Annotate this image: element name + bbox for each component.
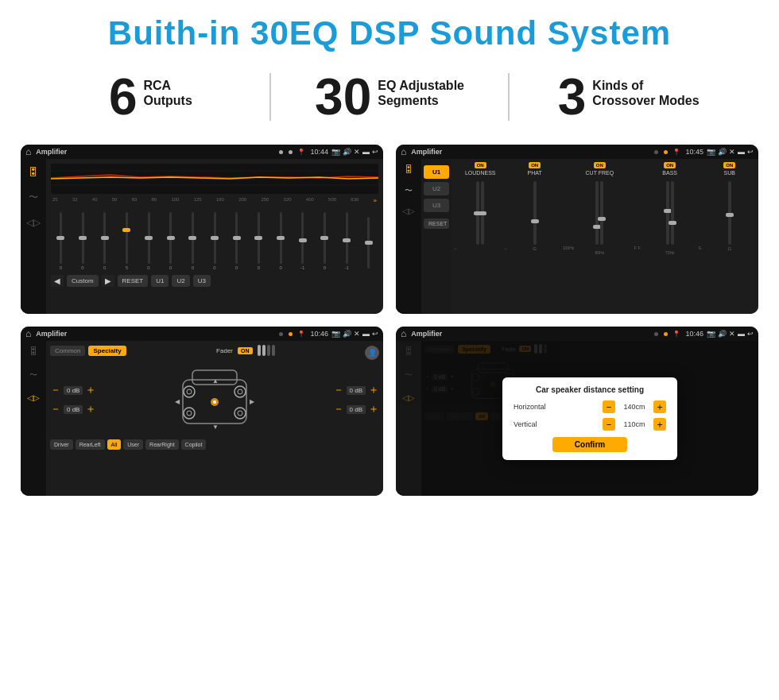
btn-all[interactable]: All — [107, 439, 122, 450]
mode-tabs: Common Specialty — [50, 346, 126, 356]
horizontal-label: Horizontal — [514, 403, 561, 411]
vol-minus-1[interactable]: － — [50, 383, 61, 397]
vertical-control: － 110cm ＋ — [603, 418, 666, 431]
eq-prev-button[interactable]: ◀ — [51, 275, 64, 287]
svg-point-6 — [184, 386, 195, 397]
fader-label: Fader — [216, 347, 233, 354]
svg-point-12 — [234, 408, 246, 419]
vertical-minus[interactable]: － — [603, 418, 615, 431]
eq-main: 25 32 40 50 63 80 100 125 160 200 250 32… — [46, 159, 383, 314]
svg-text:▶: ▶ — [250, 398, 255, 405]
home-icon[interactable]: ⌂ — [25, 146, 31, 157]
reset-button-2[interactable]: RESET — [424, 219, 449, 229]
eq-custom-button[interactable]: Custom — [67, 275, 99, 287]
btn-copilot[interactable]: Copilot — [181, 439, 207, 450]
svg-point-8 — [234, 386, 246, 397]
status-icons-1: 📷 🔊 ✕ ▬ ↩ — [331, 148, 378, 156]
svg-text:▲: ▲ — [212, 377, 219, 385]
eq-u2-button[interactable]: U2 — [172, 275, 189, 287]
vol-row-4: － 0 dB ＋ — [333, 402, 379, 416]
status-bar-4: ⌂ Amplifier 📍 10:46 📷 🔊 ✕ ▬ ↩ — [396, 327, 758, 341]
car-layout: － 0 dB ＋ － 0 dB ＋ — [50, 364, 379, 435]
loudness-on[interactable]: ON — [475, 162, 486, 168]
vol-minus-4[interactable]: － — [333, 402, 344, 416]
stat-crossover: 3 Kinds of Crossover Modes — [525, 72, 731, 122]
cutfreq-label: CUT FREQ — [586, 170, 614, 176]
stat-divider-1 — [269, 73, 271, 121]
page-header: Buith-in 30EQ DSP Sound System — [0, 0, 779, 60]
volume-icon[interactable]: ◁▷ — [26, 217, 41, 228]
btn-user[interactable]: User — [123, 439, 143, 450]
home-icon-4[interactable]: ⌂ — [401, 328, 406, 339]
wave-icon-2[interactable]: 〜 — [405, 185, 413, 196]
car-diagram-container: ▲ ▼ ◀ ▶ — [99, 364, 329, 435]
fader-bar-2 — [262, 345, 265, 356]
tab-common[interactable]: Common — [50, 346, 85, 356]
screenshots-grid: ⌂ Amplifier 📍 10:44 📷 🔊 ✕ ▬ ↩ 🎛 〜 ◁▷ — [0, 137, 779, 512]
status-bar-3: ⌂ Amplifier 📍 10:46 📷 🔊 ✕ ▬ ↩ — [21, 327, 383, 341]
stat-number-rca: 6 — [109, 72, 138, 122]
stat-number-crossover: 3 — [558, 72, 587, 122]
wave-icon-3[interactable]: 〜 — [29, 369, 37, 381]
svg-point-13 — [238, 411, 242, 416]
location-icon: 📍 — [297, 149, 305, 156]
preset-u1[interactable]: U1 — [424, 165, 449, 179]
sub-on[interactable]: ON — [723, 162, 735, 168]
vol-plus-1[interactable]: ＋ — [85, 383, 96, 397]
fader-on-badge[interactable]: ON — [238, 347, 253, 354]
svg-point-15 — [213, 400, 216, 404]
cutfreq-on[interactable]: ON — [594, 162, 606, 168]
right-volumes: － 0 dB ＋ － 0 dB ＋ — [333, 383, 379, 416]
vol-minus-2[interactable]: － — [50, 402, 61, 416]
vol-value-3: 0 dB — [347, 386, 366, 395]
bass-on[interactable]: ON — [664, 162, 676, 168]
tab-specialty[interactable]: Specialty — [88, 346, 126, 356]
app-title-2: Amplifier — [411, 148, 653, 156]
screenshot-eq: ⌂ Amplifier 📍 10:44 📷 🔊 ✕ ▬ ↩ 🎛 〜 ◁▷ — [21, 145, 383, 314]
vol-row-1: － 0 dB ＋ — [50, 383, 96, 397]
vol-value-2: 0 dB — [64, 405, 83, 414]
channels-screen: 🎛 〜 ◁▷ U1 U2 U3 RESET ON LOUDNESS — [396, 159, 758, 314]
btn-driver[interactable]: Driver — [50, 439, 73, 450]
stat-label-rca-2: Outputs — [143, 93, 192, 108]
stats-row: 6 RCA Outputs 30 EQ Adjustable Segments … — [0, 60, 779, 137]
home-icon-3[interactable]: ⌂ — [25, 328, 31, 339]
horizontal-minus[interactable]: － — [603, 400, 615, 413]
btn-rearleft[interactable]: RearLeft — [76, 439, 105, 450]
screenshot-dialog: ⌂ Amplifier 📍 10:46 📷 🔊 ✕ ▬ ↩ 🎛 〜 ◁▷ — [396, 327, 758, 496]
eq-reset-button[interactable]: RESET — [118, 275, 149, 287]
horizontal-plus[interactable]: ＋ — [653, 400, 666, 413]
eq-icon-2[interactable]: 🎛 — [404, 164, 413, 175]
phat-on[interactable]: ON — [529, 162, 541, 168]
eq-icon-3[interactable]: 🎛 — [29, 346, 38, 357]
svg-point-10 — [184, 408, 195, 419]
vol-minus-3[interactable]: － — [333, 383, 344, 397]
dialog-horizontal-row: Horizontal － 140cm ＋ — [514, 400, 666, 413]
eq-u1-button[interactable]: U1 — [151, 275, 169, 287]
location-icon-4: 📍 — [672, 331, 680, 338]
profile-icon[interactable]: 👤 — [365, 346, 379, 360]
vol-plus-4[interactable]: ＋ — [368, 402, 379, 416]
preset-u3[interactable]: U3 — [424, 199, 449, 212]
svg-text:▼: ▼ — [212, 423, 219, 431]
fader-bar-4 — [272, 345, 275, 356]
eq-icon[interactable]: 🎛 — [28, 165, 39, 178]
eq-screen: 🎛 〜 ◁▷ — [21, 159, 383, 314]
eq-next-button[interactable]: ▶ — [102, 275, 114, 287]
vol-icon-3[interactable]: ◁▷ — [27, 393, 40, 402]
wave-icon[interactable]: 〜 — [29, 191, 38, 204]
home-icon-2[interactable]: ⌂ — [401, 146, 406, 157]
status-icons-2: 📷 🔊 ✕ ▬ ↩ — [707, 148, 754, 156]
vol-plus-3[interactable]: ＋ — [368, 383, 379, 397]
vol-icon-2[interactable]: ◁▷ — [402, 207, 415, 215]
confirm-button[interactable]: Confirm — [552, 437, 627, 452]
vol-plus-2[interactable]: ＋ — [85, 402, 96, 416]
vol-value-4: 0 dB — [347, 405, 366, 414]
preset-u2[interactable]: U2 — [424, 182, 449, 195]
btn-rearright[interactable]: RearRight — [145, 439, 179, 450]
channel-loudness: ON LOUDNESS ~~ — [454, 162, 506, 311]
eq-curve-svg — [51, 164, 378, 192]
eq-u3-button[interactable]: U3 — [193, 275, 211, 287]
vertical-plus[interactable]: ＋ — [653, 418, 666, 431]
car-diagram-svg: ▲ ▼ ◀ ▶ — [167, 364, 262, 435]
